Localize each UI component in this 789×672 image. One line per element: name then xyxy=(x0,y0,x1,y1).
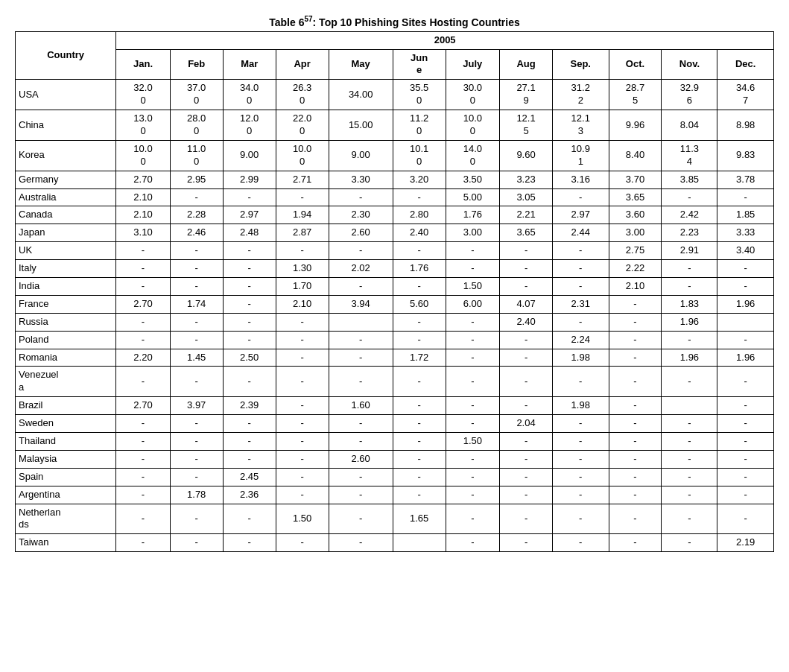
data-cell: 1.72 xyxy=(393,349,446,367)
data-cell: 6.00 xyxy=(446,295,499,313)
data-cell: 5.60 xyxy=(393,295,446,313)
data-cell: - xyxy=(329,504,393,534)
data-cell: 3.70 xyxy=(609,171,662,188)
data-cell: - xyxy=(553,242,609,260)
data-cell: 2.97 xyxy=(223,206,276,224)
data-cell: - xyxy=(329,415,393,433)
data-cell: 12.13 xyxy=(553,110,609,141)
data-cell: - xyxy=(717,504,774,534)
data-cell: 2.87 xyxy=(276,224,329,242)
data-cell: - xyxy=(276,468,329,486)
data-cell: 2.23 xyxy=(662,224,717,242)
data-cell: 1.98 xyxy=(553,397,609,415)
col-apr: Apr xyxy=(276,49,329,80)
data-cell: - xyxy=(717,468,774,486)
col-feb: Feb xyxy=(170,49,223,80)
data-cell: - xyxy=(446,468,499,486)
country-cell: USA xyxy=(16,80,116,110)
data-table: Country 2005 Jan. Feb Mar Apr May June J… xyxy=(15,31,774,553)
data-cell: 2.42 xyxy=(662,206,717,224)
table-row: Romania2.201.452.50--1.72--1.98-1.961.96 xyxy=(16,349,774,367)
country-cell: Thailand xyxy=(16,433,116,451)
data-cell: 9.00 xyxy=(223,140,276,171)
data-cell: - xyxy=(609,295,662,313)
data-cell: - xyxy=(662,415,717,433)
data-cell: - xyxy=(276,349,329,367)
data-cell: 34.67 xyxy=(717,80,774,110)
data-cell: - xyxy=(553,278,609,296)
data-cell: - xyxy=(276,433,329,451)
data-cell: - xyxy=(329,534,393,552)
data-cell: - xyxy=(223,433,276,451)
data-cell: - xyxy=(609,415,662,433)
data-cell: - xyxy=(170,313,223,331)
data-cell: - xyxy=(717,331,774,349)
data-cell: 9.96 xyxy=(609,110,662,141)
data-cell: - xyxy=(223,367,276,397)
table-row: Sweden-------2.04---- xyxy=(16,415,774,433)
data-cell: - xyxy=(446,397,499,415)
table-row: Canada2.102.282.971.942.302.801.762.212.… xyxy=(16,206,774,224)
data-cell: 2.97 xyxy=(553,206,609,224)
data-cell: - xyxy=(446,242,499,260)
data-cell: 2.99 xyxy=(223,171,276,188)
data-cell: 3.65 xyxy=(500,224,553,242)
data-cell: - xyxy=(393,468,446,486)
table-row: Taiwan----------2.19 xyxy=(16,534,774,552)
data-cell: 3.30 xyxy=(329,171,393,188)
data-cell: - xyxy=(393,433,446,451)
data-cell: 2.60 xyxy=(329,450,393,468)
data-cell: - xyxy=(329,367,393,397)
data-cell: 3.05 xyxy=(500,188,553,206)
table-container: Table 657: Top 10 Phishing Sites Hosting… xyxy=(15,15,774,552)
data-cell: - xyxy=(170,450,223,468)
data-cell: - xyxy=(609,468,662,486)
data-cell: - xyxy=(329,278,393,296)
data-cell: 9.00 xyxy=(329,140,393,171)
data-cell: 26.30 xyxy=(276,80,329,110)
data-cell: 2.45 xyxy=(223,468,276,486)
table-row: Brazil2.703.972.39-1.60---1.98-- xyxy=(16,397,774,415)
data-cell: - xyxy=(393,242,446,260)
data-cell: - xyxy=(329,331,393,349)
data-cell: 31.22 xyxy=(553,80,609,110)
country-cell: China xyxy=(16,110,116,141)
data-cell: - xyxy=(662,433,717,451)
data-cell: 2.36 xyxy=(223,486,276,504)
country-cell: Venezuela xyxy=(16,367,116,397)
data-cell: - xyxy=(393,313,446,331)
data-cell: 2.10 xyxy=(116,188,170,206)
data-cell: - xyxy=(662,260,717,278)
data-cell: 32.96 xyxy=(662,80,717,110)
data-cell: 4.07 xyxy=(500,295,553,313)
data-cell: 1.50 xyxy=(446,278,499,296)
data-cell: 12.00 xyxy=(223,110,276,141)
data-cell: 1.96 xyxy=(662,313,717,331)
data-cell: 11.34 xyxy=(662,140,717,171)
data-cell: - xyxy=(500,260,553,278)
data-cell xyxy=(662,397,717,415)
data-cell: 8.98 xyxy=(717,110,774,141)
data-cell: 2.21 xyxy=(500,206,553,224)
data-cell: 30.00 xyxy=(446,80,499,110)
data-cell: - xyxy=(170,534,223,552)
data-cell: 1.94 xyxy=(276,206,329,224)
data-cell: - xyxy=(276,313,329,331)
data-cell: 2.44 xyxy=(553,224,609,242)
data-cell: - xyxy=(717,415,774,433)
data-cell: 32.00 xyxy=(116,80,170,110)
data-cell: 2.24 xyxy=(553,331,609,349)
country-cell: Canada xyxy=(16,206,116,224)
data-cell: 1.76 xyxy=(446,206,499,224)
data-cell: - xyxy=(446,313,499,331)
country-cell: Germany xyxy=(16,171,116,188)
data-cell: - xyxy=(446,486,499,504)
country-cell: Japan xyxy=(16,224,116,242)
data-cell: 14.00 xyxy=(446,140,499,171)
table-row: Australia2.10-----5.003.05-3.65-- xyxy=(16,188,774,206)
data-cell: - xyxy=(717,188,774,206)
data-cell: 3.50 xyxy=(446,171,499,188)
data-cell: - xyxy=(500,331,553,349)
data-cell: - xyxy=(609,504,662,534)
data-cell: - xyxy=(717,397,774,415)
